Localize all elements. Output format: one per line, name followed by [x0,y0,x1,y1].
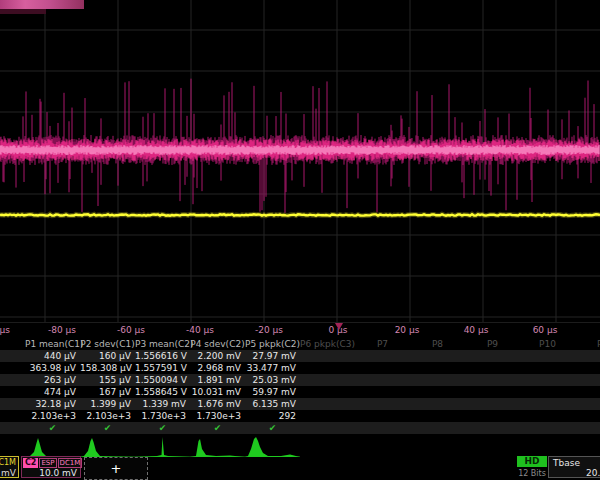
cell-p4-mean: 2.968 mV [190,362,245,374]
channel-descriptor-c2[interactable]: C2 ESP DC1M 10.0 mV [21,456,81,478]
table-header-row: P1 mean(C1) P2 sdev(C1) P3 mean(C2) P4 s… [0,338,600,350]
timebase-descriptor[interactable]: Tbase 20.0 μs/div [548,456,600,478]
time-tick-label: -100 μs [0,325,10,335]
param-header-p5[interactable]: P5 pkpk(C2) [245,338,300,350]
cell-p1-num: 2.103e+3 [25,410,80,422]
param-header-p2[interactable]: P2 sdev(C1) [80,338,135,350]
cell-p5-max: 59.97 mV [245,386,300,398]
waveform-grid-area[interactable] [0,0,600,322]
param-header-p8[interactable]: P8 [410,338,465,350]
time-tick-label: -40 μs [186,325,214,335]
param-header-p6[interactable]: P6 pkpk(C3) [300,338,355,350]
c1-coupling-badge: C1 DC1M [0,458,16,467]
cell-p2-value: 160 μV [80,350,135,362]
table-row-min: 263 μV 155 μV 1.550094 V 1.891 mV 25.03 … [0,374,600,386]
param-header-p11-clipped: P1 [575,338,600,350]
histicon-p5 [245,435,300,459]
c1-scale-value: 0 mV [0,468,16,478]
add-trace-button[interactable]: + [84,457,148,480]
cell-p2-sdev: 1.399 μV [80,398,135,410]
cell-p1-max: 474 μV [25,386,80,398]
cell-p4-max: 10.031 mV [190,386,245,398]
status-check-icon: ✔ [190,422,245,434]
cell-p1-min: 263 μV [25,374,80,386]
table-row-num: 2.103e+3 2.103e+3 1.730e+3 1.730e+3 292 [0,410,600,422]
plus-icon: + [111,461,122,476]
param-header-p10[interactable]: P10 [520,338,575,350]
cell-p5-sdev: 6.135 mV [245,398,300,410]
cell-p5-mean: 33.477 mV [245,362,300,374]
cell-p3-value: 1.556616 V [135,350,190,362]
cell-p2-mean: 158.308 μV [80,362,135,374]
param-header-p9[interactable]: P9 [465,338,520,350]
status-check-icon: ✔ [80,422,135,434]
table-row-status: ✔ ✔ ✔ ✔ ✔ [0,422,600,434]
cell-p5-min: 25.03 mV [245,374,300,386]
c2-channel-badge: C2 [23,458,38,468]
cell-p4-num: 1.730e+3 [190,410,245,422]
cell-p3-sdev: 1.339 mV [135,398,190,410]
cell-p1-mean: 363.98 μV [25,362,80,374]
oscilloscope-screen: -100 μs -80 μs -60 μs -40 μs -20 μs 0 μs… [0,0,600,480]
cell-p4-min: 1.891 mV [190,374,245,386]
status-check-icon: ✔ [245,422,300,434]
cell-p3-max: 1.558645 V [135,386,190,398]
cell-p4-value: 2.200 mV [190,350,245,362]
cell-p3-num: 1.730e+3 [135,410,190,422]
c2-esp-badge: ESP [39,458,56,468]
histicon-p3 [135,435,190,459]
cell-p2-min: 155 μV [80,374,135,386]
cell-p1-value: 440 μV [25,350,80,362]
measurement-table: P1 mean(C1) P2 sdev(C1) P3 mean(C2) P4 s… [0,338,600,434]
c2-coupling-badge: DC1M [58,458,83,468]
waveform-plot [0,0,600,322]
cell-p2-max: 167 μV [80,386,135,398]
hd-bits-label: 12 Bits [512,469,552,478]
param-header-p3[interactable]: P3 mean(C2) [135,338,190,350]
time-tick-label: 40 μs [464,325,489,335]
time-tick-label: -80 μs [48,325,76,335]
status-check-icon: ✔ [25,422,80,434]
param-header-p4[interactable]: P4 sdev(C2) [190,338,245,350]
time-tick-label: -20 μs [255,325,283,335]
table-row-mean: 363.98 μV 158.308 μV 1.557591 V 2.968 mV… [0,362,600,374]
time-axis: -100 μs -80 μs -60 μs -40 μs -20 μs 0 μs… [0,322,600,339]
cell-p2-num: 2.103e+3 [80,410,135,422]
table-row-max: 474 μV 167 μV 1.558645 V 10.031 mV 59.97… [0,386,600,398]
time-tick-label: 60 μs [533,325,558,335]
status-check-icon: ✔ [135,422,190,434]
table-row-value: 440 μV 160 μV 1.556616 V 2.200 mV 27.97 … [0,350,600,362]
time-tick-label: -60 μs [117,325,145,335]
cell-p3-mean: 1.557591 V [135,362,190,374]
cell-p5-num: 292 [245,410,300,422]
c2-scale-value: 10.0 mV [39,468,77,478]
histicon-p4 [190,435,245,459]
clipped-overlay-shadow [0,9,46,14]
channel-descriptor-c1[interactable]: C1 DC1M 0 mV [0,456,19,478]
trigger-position-icon[interactable] [335,323,343,330]
param-header-p1[interactable]: P1 mean(C1) [25,338,80,350]
cell-p5-value: 27.97 mV [245,350,300,362]
timebase-label: Tbase [553,458,580,468]
timebase-scale: 20.0 μs/div [586,468,600,478]
hd-mode-badge[interactable]: HD [517,456,547,467]
cell-p3-min: 1.550094 V [135,374,190,386]
cell-p1-sdev: 32.18 μV [25,398,80,410]
clipped-pink-overlay-fragment [0,0,84,9]
table-row-sdev: 32.18 μV 1.399 μV 1.339 mV 1.676 mV 6.13… [0,398,600,410]
histicon-p2 [80,435,135,459]
time-tick-label: 20 μs [395,325,420,335]
cell-p4-sdev: 1.676 mV [190,398,245,410]
param-header-p7[interactable]: P7 [355,338,410,350]
